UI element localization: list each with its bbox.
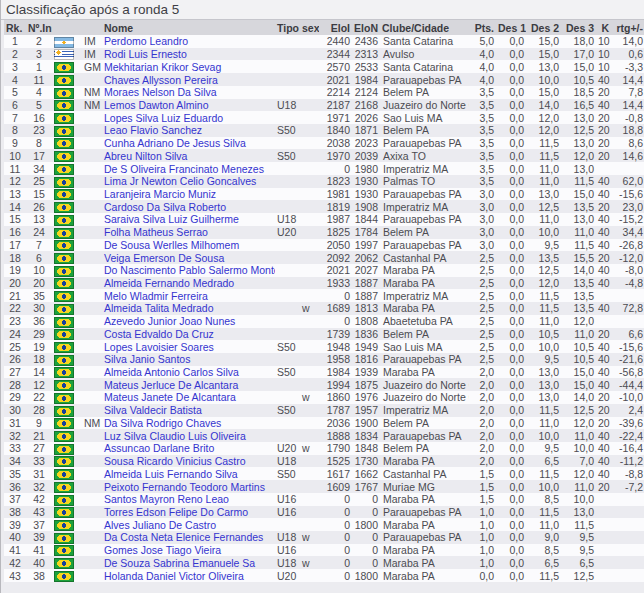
- player-name-link[interactable]: Silva Janio Santos: [102, 353, 275, 366]
- cell-tipo: U18: [275, 531, 300, 544]
- player-name-link[interactable]: Mateus Jerluce De Alcantara: [102, 378, 275, 391]
- player-name-link[interactable]: De S Oliveira Francinato Menezes: [102, 162, 275, 175]
- cell-des1: 0,0: [496, 366, 526, 379]
- player-name-link[interactable]: Torres Edson Felipe Do Carmo: [102, 506, 275, 519]
- cell-club: Imperatriz MA: [380, 404, 469, 417]
- player-name-link[interactable]: Veiga Emerson De Sousa: [102, 251, 275, 264]
- player-name-link[interactable]: Gomes Jose Tiago Vieira: [102, 544, 275, 557]
- cell-ftitle: [82, 442, 102, 455]
- cell-des2: 10,5: [526, 328, 561, 341]
- standings-table: Rk.Nº.Inic.NomeTiposexoEloIEloNClube/Cid…: [4, 20, 644, 582]
- cell-des1: 0,0: [496, 188, 526, 201]
- player-name-link[interactable]: Assuncao Darlane Brito: [102, 442, 275, 455]
- player-name-link[interactable]: Lopes Silva Luiz Eduardo: [102, 111, 275, 124]
- cell-pts: 2,5: [469, 340, 496, 353]
- cell-sexo: [300, 544, 319, 557]
- cell-flag: [52, 378, 82, 391]
- player-name-link[interactable]: Lima Jr Newton Celio Goncalves: [102, 175, 275, 188]
- player-name-link[interactable]: Cunha Adriano De Jesus Silva: [102, 137, 275, 150]
- player-name-link[interactable]: Lemos Dawton Almino: [102, 99, 275, 112]
- player-name-link[interactable]: Lopes Lavoisier Soares: [102, 340, 275, 353]
- cell-rk: 15: [4, 213, 26, 226]
- player-name-link[interactable]: De Sousa Werlles Milhomem: [102, 239, 275, 252]
- player-name-link[interactable]: Silva Valdecir Batista: [102, 404, 275, 417]
- cell-flag: [52, 149, 82, 162]
- cell-des2: 12,5: [526, 200, 561, 213]
- cell-ftitle: [82, 137, 102, 150]
- cell-des1: 0,0: [496, 175, 526, 188]
- header-row: Rk.Nº.Inic.NomeTiposexoEloIEloNClube/Cid…: [4, 20, 644, 35]
- player-name-link[interactable]: Peixoto Fernando Teodoro Martins: [102, 480, 275, 493]
- cell-rk: 37: [4, 493, 26, 506]
- cell-des3: 13,5: [561, 302, 596, 315]
- cell-des1: 0,0: [496, 60, 526, 73]
- player-name-link[interactable]: De Souza Sabrina Emanuele Sa: [102, 556, 275, 569]
- cell-sexo: w: [300, 442, 319, 455]
- cell-elon: 1836: [352, 328, 380, 341]
- player-name-link[interactable]: Melo Wladmir Ferreira: [102, 289, 275, 302]
- cell-no: 39: [26, 531, 52, 544]
- player-name-link[interactable]: Chaves Allysson Pereira: [102, 73, 275, 86]
- cell-no: 13: [26, 213, 52, 226]
- player-name-link[interactable]: Almeida Talita Medrado: [102, 302, 275, 315]
- player-name-link[interactable]: Almeida Fernando Medrado: [102, 277, 275, 290]
- player-name-link[interactable]: Mateus Janete De Alcantara: [102, 391, 275, 404]
- player-name-link[interactable]: Holanda Daniel Victor Oliveira: [102, 569, 275, 582]
- cell-elon: 1730: [352, 455, 380, 468]
- cell-des2: 10,0: [526, 480, 561, 493]
- player-name-link[interactable]: Costa Edvaldo Da Cruz: [102, 328, 275, 341]
- cell-sexo: [300, 378, 319, 391]
- cell-sexo: [300, 467, 319, 480]
- cell-sexo: [300, 289, 319, 302]
- player-name-link[interactable]: Rodi Luis Ernesto: [102, 48, 275, 61]
- cell-tipo: [275, 111, 300, 124]
- cell-no: 26: [26, 200, 52, 213]
- cell-no: 27: [26, 442, 52, 455]
- cell-tipo: U18: [275, 556, 300, 569]
- player-name-link[interactable]: Mekhitarian Krikor Sevag: [102, 60, 275, 73]
- player-name-link[interactable]: Da Silva Rodrigo Chaves: [102, 417, 275, 430]
- player-name-link[interactable]: Alves Juliano De Castro: [102, 518, 275, 531]
- cell-sexo: [300, 86, 319, 99]
- table-row: 2230Almeida Talita Medradow16891813Marab…: [4, 302, 644, 315]
- cell-tipo: S50: [275, 124, 300, 137]
- cell-ftitle: [82, 467, 102, 480]
- player-name-link[interactable]: Moraes Nelson Da Silva: [102, 86, 275, 99]
- flag-icon-br: [54, 482, 74, 493]
- table-row: 23IMRodi Luis Ernesto23442313Avulso4,00,…: [4, 48, 644, 61]
- cell-k: 40: [596, 467, 611, 480]
- player-name-link[interactable]: Da Costa Neta Elenice Fernandes: [102, 531, 275, 544]
- player-name-link[interactable]: Saraiva Silva Luiz Guilherme: [102, 213, 275, 226]
- table-row: 3531Almeida Luis Fernando SilvaS50161716…: [4, 467, 644, 480]
- cell-rtg: 14,0: [611, 35, 644, 48]
- player-name-link[interactable]: Azevedo Junior Joao Nunes: [102, 315, 275, 328]
- player-name-link[interactable]: Luz Silva Claudio Luis Oliveira: [102, 429, 275, 442]
- cell-no: 15: [26, 188, 52, 201]
- cell-flag: [52, 289, 82, 302]
- player-name-link[interactable]: Almeida Antonio Carlos Silva: [102, 366, 275, 379]
- cell-ftitle: [82, 429, 102, 442]
- player-name-link[interactable]: Abreu Nilton Silva: [102, 149, 275, 162]
- cell-ftitle: [82, 73, 102, 86]
- cell-pts: 2,0: [469, 417, 496, 430]
- cell-tipo: U18: [275, 213, 300, 226]
- player-name-link[interactable]: Folha Matheus Serrao: [102, 226, 275, 239]
- cell-pts: 3,5: [469, 99, 496, 112]
- player-name-link[interactable]: Do Nascimento Pablo Salermo Monteiro: [102, 264, 275, 277]
- player-name-link[interactable]: Laranjeira Marcio Muniz: [102, 188, 275, 201]
- cell-pts: 0,0: [469, 569, 496, 582]
- player-name-link[interactable]: Almeida Luis Fernando Silva: [102, 467, 275, 480]
- player-name-link[interactable]: Sousa Ricardo Vinicius Castro: [102, 455, 275, 468]
- player-name-link[interactable]: Santos Mayron Reno Leao: [102, 493, 275, 506]
- cell-pts: 2,0: [469, 442, 496, 455]
- flag-icon-br: [54, 431, 74, 442]
- cell-des1: 0,0: [496, 124, 526, 137]
- player-name-link[interactable]: Perdomo Leandro: [102, 35, 275, 48]
- cell-ftitle: [82, 569, 102, 582]
- player-name-link[interactable]: Leao Flavio Sanchez: [102, 124, 275, 137]
- player-name-link[interactable]: Cardoso Da Silva Roberto: [102, 200, 275, 213]
- cell-club: Axixa TO: [380, 149, 469, 162]
- cell-tipo: [275, 251, 300, 264]
- column-header-des1: Des 1: [496, 20, 526, 35]
- cell-rk: 35: [4, 467, 26, 480]
